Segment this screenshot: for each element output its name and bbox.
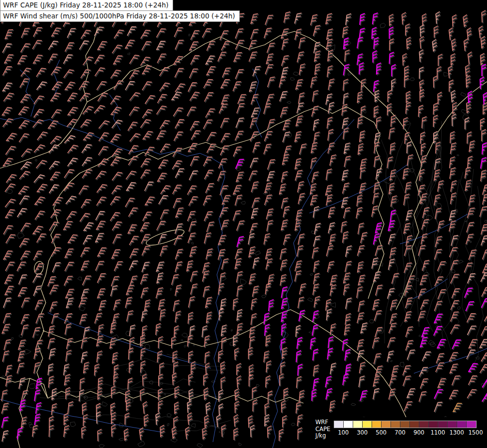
legend-swatch [334, 421, 344, 428]
wind-barbs-high-shear [2, 13, 487, 440]
legend-swatch [391, 421, 400, 428]
legend-swatch [353, 421, 363, 428]
wind-barbs [2, 11, 487, 442]
legend-tick-label: 1100 [430, 429, 445, 436]
legend-colorbar [334, 421, 477, 428]
legend-swatch [438, 421, 448, 428]
legend-tick-label: 100 [338, 429, 349, 436]
legend-tick-label: 1300 [449, 429, 464, 436]
wind-barbs-shadow [2, 11, 487, 443]
legend-title-line-cape: CAPE [315, 426, 330, 433]
legend-swatch [363, 421, 372, 428]
legend-title: WRF CAPE J/kg [309, 417, 334, 440]
map-title-shear: WRF Wind shear (m/s) 500/1000hPa Friday … [0, 10, 240, 22]
cape-legend: WRF CAPE J/kg 10030050070090011001300150… [309, 417, 487, 448]
legend-swatch [467, 421, 476, 428]
weather-map-canvas [0, 0, 487, 448]
legend-swatch [448, 421, 457, 428]
legend-colorbar-wrap: 100300500700900110013001500 [334, 421, 477, 437]
legend-tick-label: 300 [357, 429, 368, 436]
legend-swatch [457, 421, 467, 428]
legend-tick-row: 100300500700900110013001500 [334, 429, 476, 437]
weather-map-screen: WRF CAPE (J/kg) Friday 28-11-2025 18:00 … [0, 0, 487, 448]
wind-barbs [1, 10, 487, 441]
legend-title-line-unit: J/kg [315, 433, 330, 440]
legend-title-line-wrf: WRF [315, 419, 330, 426]
legend-swatch [419, 421, 429, 428]
legend-swatch [410, 421, 419, 428]
legend-swatch [372, 421, 382, 428]
legend-swatch [344, 421, 353, 428]
legend-tick-label: 900 [413, 429, 424, 436]
map-title-cape: WRF CAPE (J/kg) Friday 28-11-2025 18:00 … [0, 0, 173, 11]
map-title-overlay: WRF CAPE (J/kg) Friday 28-11-2025 18:00 … [0, 0, 240, 22]
legend-swatch [400, 421, 410, 428]
cape-contour-lines [40, 121, 484, 433]
legend-swatch [429, 421, 438, 428]
legend-swatch [382, 421, 391, 428]
legend-tick-label: 500 [376, 429, 387, 436]
legend-tick-label: 700 [394, 429, 405, 436]
legend-tick-label: 1500 [468, 429, 483, 436]
